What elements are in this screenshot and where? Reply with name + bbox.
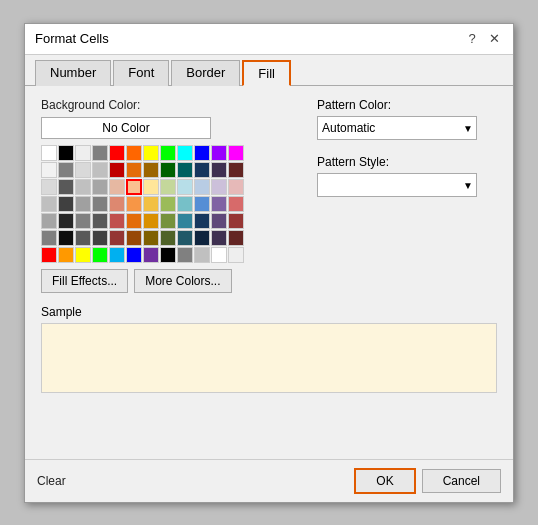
color-cell[interactable]	[177, 145, 193, 161]
color-cell[interactable]	[58, 162, 74, 178]
color-cell[interactable]	[92, 230, 108, 246]
effects-buttons: Fill Effects... More Colors...	[41, 269, 297, 293]
color-cell[interactable]	[211, 179, 227, 195]
more-colors-button[interactable]: More Colors...	[134, 269, 231, 293]
pattern-style-select[interactable]	[317, 173, 477, 197]
color-cell[interactable]	[41, 162, 57, 178]
color-cell[interactable]	[143, 145, 159, 161]
color-cell[interactable]	[75, 179, 91, 195]
color-cell[interactable]	[109, 247, 125, 263]
no-color-button[interactable]: No Color	[41, 117, 211, 139]
color-cell[interactable]	[92, 196, 108, 212]
color-cell[interactable]	[109, 145, 125, 161]
color-cell[interactable]	[41, 247, 57, 263]
color-cell[interactable]	[126, 162, 142, 178]
color-cell[interactable]	[143, 162, 159, 178]
color-cell[interactable]	[177, 179, 193, 195]
color-cell[interactable]	[41, 230, 57, 246]
color-cell[interactable]	[211, 247, 227, 263]
color-cell[interactable]	[177, 247, 193, 263]
color-cell[interactable]	[75, 162, 91, 178]
color-cell[interactable]	[58, 230, 74, 246]
color-cell[interactable]	[194, 247, 210, 263]
color-cell[interactable]	[109, 196, 125, 212]
tab-number[interactable]: Number	[35, 60, 111, 86]
cancel-button[interactable]: Cancel	[422, 469, 501, 493]
color-cell[interactable]	[211, 145, 227, 161]
close-button[interactable]: ✕	[485, 30, 503, 48]
tab-border[interactable]: Border	[171, 60, 240, 86]
color-cell[interactable]	[194, 179, 210, 195]
color-cell[interactable]	[160, 247, 176, 263]
color-cell[interactable]	[92, 179, 108, 195]
color-cell[interactable]	[75, 247, 91, 263]
color-cell[interactable]	[160, 145, 176, 161]
color-cell[interactable]	[160, 213, 176, 229]
color-cell[interactable]	[228, 179, 244, 195]
color-cell[interactable]	[194, 145, 210, 161]
color-cell[interactable]	[75, 145, 91, 161]
color-cell[interactable]	[58, 179, 74, 195]
color-cell[interactable]	[211, 196, 227, 212]
color-cell[interactable]	[126, 179, 142, 195]
color-cell[interactable]	[177, 213, 193, 229]
color-cell[interactable]	[41, 196, 57, 212]
color-cell[interactable]	[143, 179, 159, 195]
color-cell[interactable]	[177, 196, 193, 212]
color-cell[interactable]	[177, 230, 193, 246]
color-cell[interactable]	[92, 213, 108, 229]
color-cell[interactable]	[126, 247, 142, 263]
color-cell[interactable]	[92, 247, 108, 263]
color-cell[interactable]	[228, 145, 244, 161]
color-cell[interactable]	[58, 213, 74, 229]
color-cell[interactable]	[228, 196, 244, 212]
color-cell[interactable]	[228, 213, 244, 229]
tab-font[interactable]: Font	[113, 60, 169, 86]
color-cell[interactable]	[160, 162, 176, 178]
color-cell[interactable]	[143, 213, 159, 229]
ok-button[interactable]: OK	[354, 468, 415, 494]
color-cell[interactable]	[194, 230, 210, 246]
color-cell[interactable]	[194, 162, 210, 178]
color-cell[interactable]	[75, 196, 91, 212]
color-cell[interactable]	[75, 213, 91, 229]
color-cell[interactable]	[75, 230, 91, 246]
pattern-color-select[interactable]: Automatic	[317, 116, 477, 140]
color-cell[interactable]	[109, 162, 125, 178]
color-cell[interactable]	[160, 196, 176, 212]
color-cell[interactable]	[92, 145, 108, 161]
clear-button[interactable]: Clear	[37, 474, 66, 488]
color-cell[interactable]	[126, 213, 142, 229]
color-cell[interactable]	[58, 247, 74, 263]
color-cell[interactable]	[177, 162, 193, 178]
color-cell[interactable]	[228, 162, 244, 178]
color-cell[interactable]	[211, 162, 227, 178]
color-cell[interactable]	[109, 213, 125, 229]
color-cell[interactable]	[143, 230, 159, 246]
color-cell[interactable]	[211, 230, 227, 246]
color-cell[interactable]	[41, 213, 57, 229]
color-cell[interactable]	[58, 196, 74, 212]
color-cell[interactable]	[109, 179, 125, 195]
color-cell[interactable]	[109, 230, 125, 246]
color-cell[interactable]	[126, 196, 142, 212]
color-cell[interactable]	[160, 230, 176, 246]
color-cell[interactable]	[160, 179, 176, 195]
color-cell[interactable]	[41, 145, 57, 161]
fill-effects-button[interactable]: Fill Effects...	[41, 269, 128, 293]
format-cells-dialog: Format Cells ? ✕ Number Font Border Fill…	[24, 23, 514, 503]
color-cell[interactable]	[194, 196, 210, 212]
color-cell[interactable]	[228, 230, 244, 246]
tab-fill[interactable]: Fill	[242, 60, 291, 86]
color-cell[interactable]	[211, 213, 227, 229]
color-cell[interactable]	[126, 145, 142, 161]
color-cell[interactable]	[41, 179, 57, 195]
color-cell[interactable]	[194, 213, 210, 229]
color-cell[interactable]	[143, 247, 159, 263]
color-cell[interactable]	[228, 247, 244, 263]
color-cell[interactable]	[92, 162, 108, 178]
color-cell[interactable]	[58, 145, 74, 161]
color-cell[interactable]	[126, 230, 142, 246]
help-button[interactable]: ?	[463, 30, 481, 48]
color-cell[interactable]	[143, 196, 159, 212]
